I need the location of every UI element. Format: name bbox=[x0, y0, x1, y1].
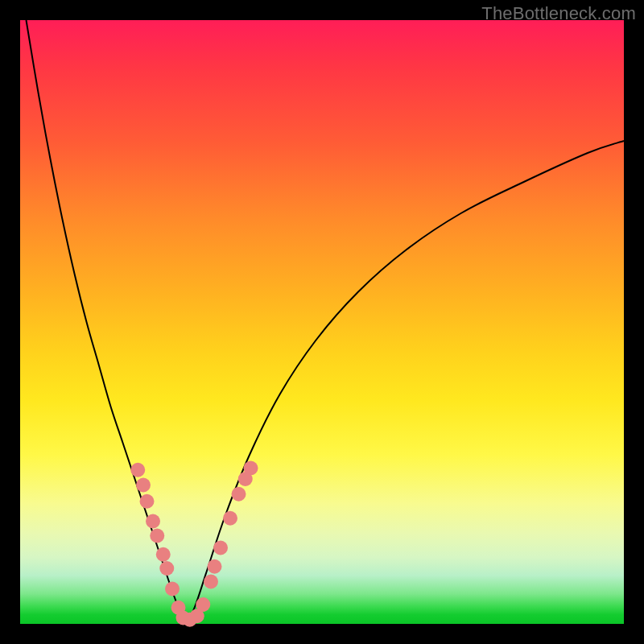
chart-frame: TheBottleneck.com bbox=[0, 0, 644, 644]
data-dot bbox=[208, 559, 222, 574]
data-dot bbox=[223, 511, 237, 526]
data-dot bbox=[204, 575, 218, 589]
curve-layer bbox=[20, 20, 624, 624]
data-dot bbox=[165, 582, 180, 597]
data-dot bbox=[244, 461, 258, 476]
watermark-text: TheBottleneck.com bbox=[481, 3, 636, 24]
bottleneck-curve bbox=[27, 20, 625, 624]
data-dot bbox=[156, 547, 171, 562]
data-dot bbox=[159, 561, 174, 576]
data-dot bbox=[232, 487, 246, 502]
data-dot bbox=[150, 529, 164, 543]
data-dot bbox=[196, 597, 210, 612]
data-dot bbox=[130, 463, 145, 477]
data-dot bbox=[140, 494, 155, 509]
plot-area bbox=[20, 20, 624, 624]
data-dot bbox=[146, 514, 160, 529]
data-dot bbox=[136, 478, 151, 493]
data-dot bbox=[213, 541, 228, 555]
